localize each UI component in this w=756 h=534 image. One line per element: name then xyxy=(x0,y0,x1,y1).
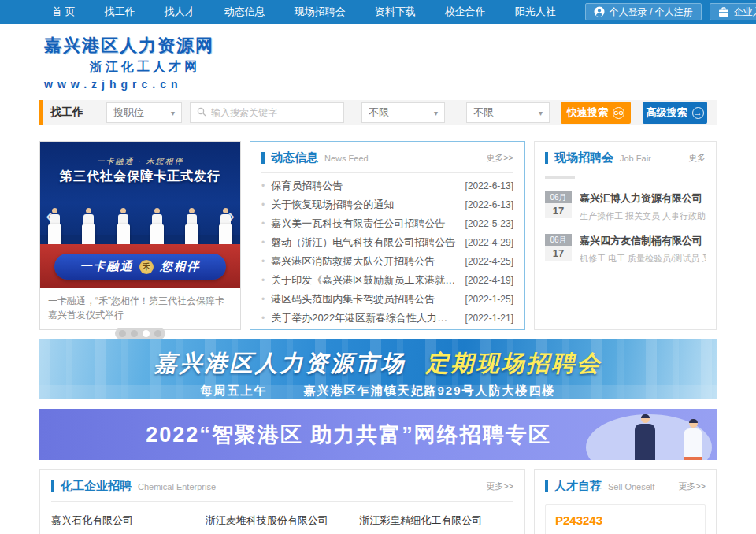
banner2-title: 2022“智聚港区 助力共富”网络招聘专区 xyxy=(39,421,571,449)
job-fair-positions: 机修工 电工 质量检验员/测试员 叉车... xyxy=(580,253,706,265)
news-more-link[interactable]: 更多>> xyxy=(486,152,513,164)
job-fair-subtitle: Job Fair xyxy=(620,154,651,163)
carousel-prev-icon[interactable]: ‹ xyxy=(46,205,53,227)
main-content-row: 一卡融通 · 禾您相伴 第三代社会保障卡正式发行 一卡融通 禾 您相伴 ‹ › … xyxy=(39,141,717,330)
slide-people-illustration xyxy=(48,208,232,248)
carousel-dot-2[interactable] xyxy=(131,330,138,337)
chevron-down-icon: ▾ xyxy=(434,109,438,117)
carousel-dot-4[interactable] xyxy=(154,330,161,337)
chevron-down-icon: ▾ xyxy=(171,109,175,117)
carousel-caption[interactable]: 一卡融通，“禾”您相伴！第三代社会保障卡嘉兴首发仪式举行 xyxy=(40,288,240,322)
filter-2-value: 不限 xyxy=(473,106,494,120)
advanced-search-button[interactable]: 高级搜索 → xyxy=(643,102,707,124)
keyword-search-field[interactable] xyxy=(190,102,344,123)
chevron-down-icon: ▾ xyxy=(539,109,543,117)
nav-item-job-fair[interactable]: 现场招聘会 xyxy=(295,5,346,19)
job-fair-positions: 生产操作工 报关文员 人事行政助理... xyxy=(580,210,706,222)
title-bar-icon xyxy=(545,152,548,164)
company-listing[interactable]: 浙江麦堆科技股份有限公司 销售专员 会计 土建主管 xyxy=(206,514,360,534)
date-badge: 06月 17 xyxy=(545,234,572,265)
news-list-item-hovered[interactable]: 磐动（浙江）电气科技有限公司招聘公告 [2022-4-29] xyxy=(261,233,513,252)
slide-ribbon-banner: 一卡融通 禾 您相伴 xyxy=(54,254,226,280)
nav-item-news[interactable]: 动态信息 xyxy=(224,5,265,19)
quick-search-label: 快速搜索 xyxy=(567,106,608,120)
date-badge: 06月 17 xyxy=(545,191,572,222)
news-list-item[interactable]: 关于举办2022年港区新春综合性人力资源暨春风... [2022-1-21] xyxy=(261,309,513,328)
online-recruitment-banner[interactable]: 2022“智聚港区 助力共富”网络招聘专区 xyxy=(39,409,717,460)
site-url: www.zjhgrc.cn xyxy=(44,78,756,91)
chemical-panel-subtitle: Chemical Enterprise xyxy=(138,482,216,491)
filter-select-1[interactable]: 不限 ▾ xyxy=(361,102,445,123)
personal-login-button[interactable]: 个人登录 / 个人注册 xyxy=(585,3,702,20)
job-fair-more-link[interactable]: 更多 xyxy=(688,152,706,164)
carousel-slide[interactable]: 一卡融通 · 禾您相伴 第三代社会保障卡正式发行 一卡融通 禾 您相伴 ‹ › xyxy=(40,142,240,288)
carousel-dot-1[interactable] xyxy=(119,330,126,337)
chemical-panel-title: 化工企业招聘 xyxy=(61,479,132,494)
divider xyxy=(261,172,513,173)
chemical-more-link[interactable]: 更多>> xyxy=(486,480,513,492)
banner1-title-white: 嘉兴港区人力资源市场 xyxy=(154,350,406,376)
nav-item-find-talent[interactable]: 找人才 xyxy=(165,5,195,19)
site-subtitle: 浙江化工人才网 xyxy=(90,59,756,76)
ribbon-text-left: 一卡融通 xyxy=(80,259,133,274)
self-panel-title: 人才自荐 xyxy=(554,479,602,494)
title-bar-icon xyxy=(261,152,265,164)
enterprise-entry-label: 企业入口 xyxy=(734,6,756,19)
top-navigation: 首 页 找工作 找人才 动态信息 现场招聘会 资料下载 校企合作 阳光人社 个人… xyxy=(0,0,756,24)
site-logo[interactable]: 嘉兴港区人力资源网 浙江化工人才网 www.zjhgrc.cn xyxy=(0,24,756,100)
banner1-title-yellow: 定期现场招聘会 xyxy=(426,350,602,376)
filter-select-2[interactable]: 不限 ▾ xyxy=(466,102,550,123)
news-list-item[interactable]: 嘉兴美一瓦科技有限责任公司招聘公告 [2022-5-23] xyxy=(261,214,513,233)
carousel-dot-3-active[interactable] xyxy=(143,330,150,337)
search-category-value: 搜职位 xyxy=(113,106,144,120)
news-list-item[interactable]: 港区码头范围内集卡驾驶员招聘公告 [2022-1-25] xyxy=(261,290,513,309)
slide-top-slogan: 一卡融通 · 禾您相伴 xyxy=(40,156,240,167)
job-fair-item[interactable]: 06月 17 嘉兴汇博人力资源有限公司 生产操作工 报关文员 人事行政助理... xyxy=(545,191,706,222)
filter-1-value: 不限 xyxy=(369,106,389,120)
news-list-item[interactable]: 关于印发《嘉兴港区鼓励新员工来港就业补助操作... [2022-4-19] xyxy=(261,271,513,290)
search-bar: 找工作 搜职位 ▾ 不限 ▾ 不限 ▾ 快速搜索 GO 高级搜索 → xyxy=(39,100,717,125)
advanced-search-label: 高级搜索 xyxy=(647,106,687,120)
nav-item-find-job[interactable]: 找工作 xyxy=(105,5,135,19)
market-job-fair-banner[interactable]: 嘉兴港区人力资源市场 定期现场招聘会 每周五上午 嘉兴港区乍浦镇天妃路929号人… xyxy=(39,339,717,399)
carousel-pagination xyxy=(40,328,240,339)
quick-search-button[interactable]: 快速搜索 GO xyxy=(561,102,631,124)
accent-bar xyxy=(39,100,43,125)
nav-item-sunshine-hr[interactable]: 阳光人社 xyxy=(515,5,556,19)
divider xyxy=(51,501,513,502)
bottom-content-row: 化工企业招聘 Chemical Enterprise 更多>> 嘉兴石化有限公司… xyxy=(39,469,717,534)
divider xyxy=(545,176,575,179)
banner1-address: 嘉兴港区乍浦镇天妃路929号人防大楼四楼 xyxy=(303,384,555,399)
search-icon xyxy=(197,106,206,120)
job-fair-title: 现场招聘会 xyxy=(554,150,613,165)
self-more-link[interactable]: 更多>> xyxy=(678,480,706,492)
nav-item-home[interactable]: 首 页 xyxy=(52,5,76,19)
illustration-person-suit xyxy=(635,414,655,460)
news-feed-panel: 动态信息 News Feed 更多>> 保育员招聘公告 [2022-6-13] … xyxy=(250,141,525,330)
news-list-item[interactable]: 保育员招聘公告 [2022-6-13] xyxy=(261,176,513,195)
enterprise-entry-button[interactable]: 企业入口 xyxy=(710,3,756,20)
briefcase-icon xyxy=(718,7,729,17)
carousel-next-icon[interactable]: › xyxy=(228,205,235,227)
job-fair-company: 嘉兴四方友信制桶有限公司 xyxy=(580,234,706,248)
news-panel-title: 动态信息 xyxy=(271,150,318,165)
candidate-card[interactable]: P243243 男 ｜ 嘉兴市->嘉兴港区 ｜ 八年以上 xyxy=(545,504,706,534)
job-fair-panel: 现场招聘会 Job Fair 更多 06月 17 嘉兴汇博人力资源有限公司 生产… xyxy=(534,141,717,330)
self-recommendation-panel: 人才自荐 Sell Oneself 更多>> P243243 男 ｜ 嘉兴市->… xyxy=(534,469,717,534)
title-bar-icon xyxy=(545,480,548,492)
ribbon-text-right: 您相伴 xyxy=(160,259,200,274)
grain-icon: 禾 xyxy=(139,260,154,274)
news-list-item[interactable]: 关于恢复现场招聘会的通知 [2022-6-13] xyxy=(261,195,513,214)
job-fair-company: 嘉兴汇博人力资源有限公司 xyxy=(580,191,706,206)
chemical-enterprise-panel: 化工企业招聘 Chemical Enterprise 更多>> 嘉兴石化有限公司… xyxy=(39,469,525,534)
job-fair-item[interactable]: 06月 17 嘉兴四方友信制桶有限公司 机修工 电工 质量检验员/测试员 叉车.… xyxy=(545,234,706,265)
nav-item-downloads[interactable]: 资料下载 xyxy=(375,5,416,19)
company-listing[interactable]: 浙江彩皇精细化工有限公司 普工（制造科） 营业担当 xyxy=(359,514,513,534)
nav-item-school-cooperation[interactable]: 校企合作 xyxy=(445,5,486,19)
news-carousel: 一卡融通 · 禾您相伴 第三代社会保障卡正式发行 一卡融通 禾 您相伴 ‹ › … xyxy=(39,141,241,330)
candidate-id: P243243 xyxy=(555,514,695,527)
search-input[interactable] xyxy=(211,107,337,118)
search-category-select[interactable]: 搜职位 ▾ xyxy=(106,102,182,123)
news-list-item[interactable]: 嘉兴港区消防救援大队公开招聘公告 [2022-4-25] xyxy=(261,252,513,271)
company-listing[interactable]: 嘉兴石化有限公司 工艺员 设备管理 警卫（残疾工） xyxy=(51,514,206,534)
